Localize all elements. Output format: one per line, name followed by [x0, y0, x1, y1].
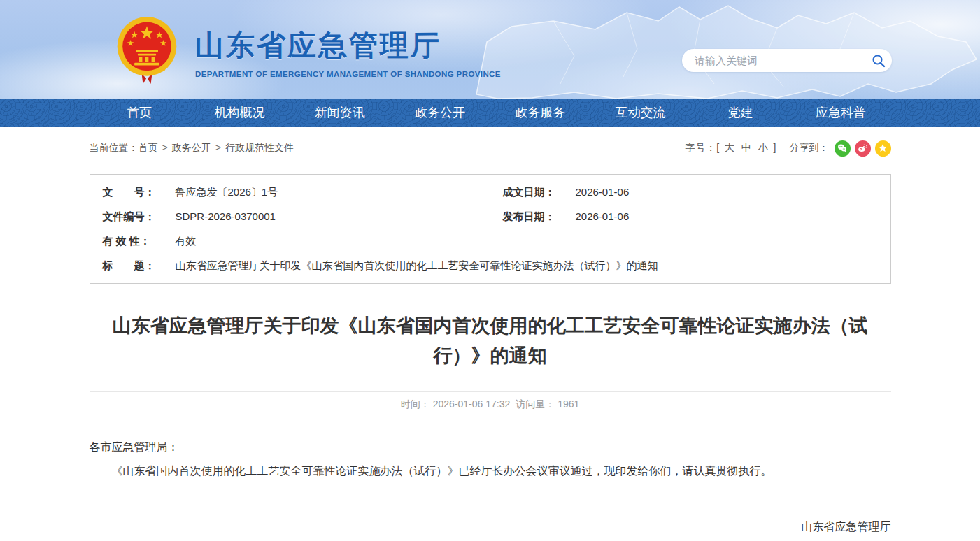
nav-item-gov-services[interactable]: 政务服务: [490, 99, 590, 127]
share-label: 分享到：: [790, 142, 829, 154]
time-label: 时间：: [401, 398, 430, 410]
title-divider: [90, 391, 891, 392]
meta-written-date: 成文日期： 2026-01-06: [490, 185, 890, 199]
meta-publish-date-value: 2026-01-06: [576, 209, 630, 224]
breadcrumb-separator: >: [162, 142, 168, 153]
brand-text: 山东省应急管理厅 DEPARTMENT OF EMERGENCY MANAGEM…: [195, 22, 501, 78]
article-time-row: 时间：2026-01-06 17:32 访问量：1961: [90, 398, 891, 411]
site-brand[interactable]: 山东省应急管理厅 DEPARTMENT OF EMERGENCY MANAGEM…: [114, 15, 501, 85]
meta-row: 文 号： 鲁应急发〔2026〕1号 成文日期： 2026-01-06: [90, 180, 890, 204]
meta-doc-no: 文 号： 鲁应急发〔2026〕1号: [90, 185, 490, 199]
fontsize-prefix: 字号：[: [685, 142, 720, 153]
signature-agency: 山东省应急管理厅: [90, 518, 891, 536]
meta-written-date-label: 成文日期：: [503, 185, 560, 199]
search-icon: [872, 54, 886, 68]
breadcrumb-link-regulatory-docs[interactable]: 行政规范性文件: [225, 142, 294, 153]
nav-item-interaction[interactable]: 互动交流: [590, 99, 690, 127]
meta-title-value: 山东省应急管理厅关于印发《山东省国内首次使用的化工工艺安全可靠性论证实施办法（试…: [176, 258, 658, 273]
nav-item-news[interactable]: 新闻资讯: [290, 99, 390, 127]
nav-inner: 首页 机构概况 新闻资讯 政务公开 政务服务 互动交流 党建 应急科普: [90, 99, 891, 127]
meta-title-label: 标 题：: [103, 258, 160, 273]
article-title: 山东省应急管理厅关于印发《山东省国内首次使用的化工工艺安全可靠性论证实施办法（试…: [104, 311, 876, 371]
meta-row: 标 题： 山东省应急管理厅关于印发《山东省国内首次使用的化工工艺安全可靠性论证实…: [90, 253, 890, 277]
search-input[interactable]: [682, 55, 865, 66]
meta-validity: 有 效 性： 有效: [90, 233, 890, 248]
meta-validity-label: 有 效 性：: [103, 233, 160, 248]
nav-item-gov-info[interactable]: 政务公开: [390, 99, 490, 127]
share-wechat-button[interactable]: [835, 140, 851, 157]
visits-value: 1961: [558, 398, 579, 410]
site-title: 山东省应急管理厅: [195, 27, 501, 65]
meta-file-no: 文件编号： SDPR-2026-0370001: [90, 209, 490, 224]
fontsize-large-button[interactable]: 大: [725, 142, 735, 153]
wechat-icon: [837, 143, 847, 153]
breadcrumb-prefix: 当前位置：: [90, 142, 139, 153]
site-header: 山东省应急管理厅 DEPARTMENT OF EMERGENCY MANAGEM…: [0, 0, 980, 99]
search-button[interactable]: [865, 49, 892, 72]
meta-title: 标 题： 山东省应急管理厅关于印发《山东省国内首次使用的化工工艺安全可靠性论证实…: [90, 258, 890, 273]
article-body: 各市应急管理局： 《山东省国内首次使用的化工工艺安全可靠性论证实施办法（试行）》…: [90, 438, 891, 541]
meta-doc-no-value: 鲁应急发〔2026〕1号: [176, 185, 278, 199]
article-paragraph: 《山东省国内首次使用的化工工艺安全可靠性论证实施办法（试行）》已经厅长办公会议审…: [90, 462, 891, 480]
page-content: 当前位置：首页>政务公开>行政规范性文件 字号：[ 大 中 小 ] 分享到：: [90, 138, 891, 541]
share-weibo-button[interactable]: [855, 140, 871, 157]
meta-written-date-value: 2026-01-06: [576, 185, 630, 199]
article-salutation: 各市应急管理局：: [90, 438, 891, 456]
meta-row: 有 效 性： 有效: [90, 229, 890, 253]
fontsize-small-button[interactable]: 小: [758, 142, 769, 153]
nav-item-party-building[interactable]: 党建: [690, 99, 790, 127]
visits-label: 访问量：: [516, 398, 555, 410]
nav-item-organization[interactable]: 机构概况: [190, 99, 290, 127]
meta-file-no-label: 文件编号：: [103, 209, 160, 224]
document-meta-box: 文 号： 鲁应急发〔2026〕1号 成文日期： 2026-01-06 文件编号：…: [90, 174, 891, 284]
breadcrumb-separator: >: [215, 142, 221, 153]
article-toolbar: 字号：[ 大 中 小 ] 分享到：: [685, 140, 890, 157]
breadcrumb: 当前位置：首页>政务公开>行政规范性文件: [90, 142, 294, 154]
site-subtitle: DEPARTMENT OF EMERGENCY MANAGEMENT OF SH…: [195, 70, 501, 78]
share-qzone-button[interactable]: [875, 140, 891, 157]
meta-file-no-value: SDPR-2026-0370001: [176, 209, 276, 224]
breadcrumb-link-gov-info[interactable]: 政务公开: [172, 142, 211, 153]
nav-item-home[interactable]: 首页: [90, 99, 190, 127]
meta-row: 文件编号： SDPR-2026-0370001 发布日期： 2026-01-06: [90, 204, 890, 229]
share-icons: [830, 140, 891, 157]
meta-publish-date: 发布日期： 2026-01-06: [490, 209, 890, 224]
meta-validity-value: 有效: [176, 233, 197, 248]
fontsize-control: 字号：[ 大 中 小 ]: [685, 142, 776, 154]
breadcrumb-toolbar-row: 当前位置：首页>政务公开>行政规范性文件 字号：[ 大 中 小 ] 分享到：: [90, 138, 891, 158]
breadcrumb-link-home[interactable]: 首页: [139, 142, 158, 153]
meta-publish-date-label: 发布日期：: [503, 209, 560, 224]
article-signature-block: 山东省应急管理厅 2026年1月6日: [90, 518, 891, 541]
fontsize-suffix: ]: [774, 142, 777, 153]
national-emblem-logo: [114, 15, 180, 85]
qzone-star-icon: [878, 143, 888, 153]
nav-item-emergency-science[interactable]: 应急科普: [790, 99, 890, 127]
fontsize-medium-button[interactable]: 中: [741, 142, 752, 153]
search-box[interactable]: [682, 49, 892, 72]
time-value: 2026-01-06 17:32: [433, 398, 511, 410]
weibo-icon: [858, 143, 867, 153]
main-navbar: 首页 机构概况 新闻资讯 政务公开 政务服务 互动交流 党建 应急科普: [0, 99, 980, 127]
meta-doc-no-label: 文 号：: [103, 185, 160, 199]
